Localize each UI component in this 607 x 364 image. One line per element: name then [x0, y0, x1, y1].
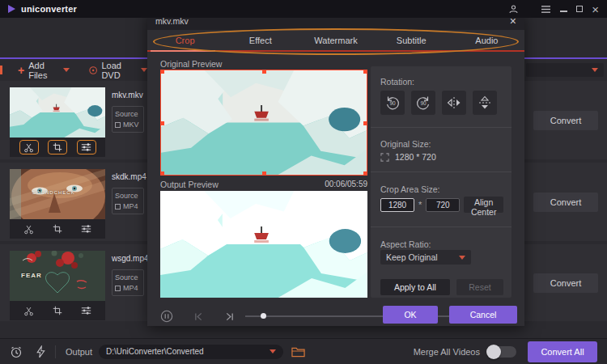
crop-handle[interactable]: [363, 70, 367, 74]
window-close-button[interactable]: ×: [592, 3, 599, 15]
crop-handle[interactable]: [160, 121, 164, 125]
title-bar: uniconverter ×: [0, 0, 607, 18]
svg-text:90: 90: [420, 100, 427, 106]
file-item-skdk[interactable]: SOUNDCHECK skdk.mp4 Source MP4: [0, 163, 147, 241]
aspect-ratio-value: Keep Original: [386, 252, 438, 262]
bottombar-divider: [55, 345, 56, 358]
merge-toggle-knob[interactable]: [486, 345, 501, 359]
source-info: Source MKV: [112, 106, 144, 133]
convert-button[interactable]: Convert: [533, 193, 598, 212]
menu-icon[interactable]: [541, 5, 551, 14]
crop-handle[interactable]: [262, 171, 266, 176]
tab-subtitle[interactable]: Subtitle: [374, 30, 449, 50]
file-item-wsgd[interactable]: FEAR wsgd.mp4 Source MP4: [0, 244, 147, 321]
crop-area-size-label: Crop Area Size:: [380, 184, 440, 194]
previous-frame-icon[interactable]: [193, 312, 204, 321]
output-format-dropdown[interactable]: [526, 63, 604, 77]
minimize-button[interactable]: [560, 11, 567, 12]
effects-sliders-icon[interactable]: [77, 140, 96, 154]
file-actions: [10, 301, 105, 320]
user-account-icon[interactable]: [508, 4, 519, 15]
apply-reset-row: Apply to All Reset: [380, 279, 503, 295]
apply-to-all-button[interactable]: Apply to All: [380, 279, 450, 295]
crop-width-input[interactable]: [380, 198, 414, 212]
tab-effect[interactable]: Effect: [223, 30, 298, 50]
convert-button[interactable]: Convert: [533, 111, 598, 130]
trim-scissors-icon[interactable]: [19, 303, 39, 318]
original-preview[interactable]: [160, 70, 367, 176]
next-frame-icon[interactable]: [224, 312, 235, 321]
effects-sliders-icon[interactable]: [77, 222, 96, 236]
file-meta: wsgd.mp4 Source MP4: [112, 254, 146, 296]
tab-crop[interactable]: Crop: [147, 30, 223, 50]
pause-button[interactable]: [160, 310, 173, 323]
crop-settings-panel: Rotation: 90 90 Original Size: 1280 * 72…: [371, 66, 511, 298]
ok-button[interactable]: OK: [383, 306, 438, 324]
tab-watermark[interactable]: Watermark: [298, 30, 373, 50]
crop-icon[interactable]: [48, 222, 67, 236]
file-name: wsgd.mp4: [112, 254, 146, 263]
trim-scissors-icon[interactable]: [19, 222, 39, 236]
high-speed-lightning-icon[interactable]: [36, 345, 45, 358]
schedule-clock-icon[interactable]: [10, 345, 23, 358]
output-preview: [160, 191, 367, 298]
effects-sliders-icon[interactable]: [77, 303, 96, 318]
tab-audio[interactable]: Audio: [449, 30, 524, 50]
crop-icon[interactable]: [48, 140, 67, 154]
crop-handle[interactable]: [363, 171, 367, 176]
merge-toggle-switch[interactable]: [487, 346, 516, 358]
crop-height-input[interactable]: [426, 198, 460, 212]
add-files-caret-icon[interactable]: [63, 68, 70, 72]
output-preview-label: Output Preview: [160, 180, 219, 189]
convert-row: Convert: [524, 81, 607, 159]
panel-divider: [371, 171, 511, 172]
file-item-mkv[interactable]: mkv.mkv Source MKV: [0, 81, 147, 159]
source-label: Source: [115, 273, 141, 281]
cancel-button[interactable]: Cancel: [449, 306, 517, 324]
format-icon: [115, 122, 121, 128]
format-label: MP4: [123, 202, 138, 210]
crop-size-row: * Align Center: [380, 197, 503, 213]
output-label: Output: [66, 347, 92, 357]
rotate-right-90-button[interactable]: 90: [411, 91, 435, 115]
output-path-caret-icon: [270, 349, 276, 353]
output-path-value: D:\UniConverter\Converted: [106, 347, 204, 356]
flip-vertical-button[interactable]: [473, 91, 497, 115]
video-thumbnail-iceberg: [10, 87, 105, 138]
source-label: Source: [115, 192, 141, 200]
dimension-separator: *: [418, 200, 422, 210]
crop-handle[interactable]: [160, 70, 164, 74]
merge-all-videos-label: Merge All Videos: [414, 347, 480, 357]
convert-all-button[interactable]: Convert All: [528, 341, 597, 362]
align-center-button[interactable]: Align Center: [464, 197, 503, 213]
convert-button[interactable]: Convert: [533, 273, 598, 293]
crop-handle[interactable]: [262, 70, 266, 74]
file-meta: mkv.mkv Source MKV: [112, 91, 146, 133]
add-files-button[interactable]: + Add Files: [18, 61, 70, 80]
crop-icon[interactable]: [48, 303, 67, 318]
format-label: MKV: [123, 121, 139, 129]
open-output-folder-icon[interactable]: [291, 346, 305, 358]
format-label: MP4: [123, 284, 138, 292]
aspect-ratio-label: Aspect Ratio:: [380, 239, 431, 249]
format-icon: [115, 204, 121, 210]
load-dvd-caret-icon[interactable]: [141, 68, 147, 72]
reset-button[interactable]: Reset: [456, 279, 503, 295]
file-toolbar: + Add Files Load DVD: [0, 59, 147, 81]
original-size-value-row: 1280 * 720: [380, 152, 436, 162]
rotate-left-90-button[interactable]: 90: [380, 91, 405, 115]
crop-handle[interactable]: [160, 171, 164, 176]
load-dvd-button[interactable]: Load DVD: [89, 61, 147, 80]
panel-divider: [371, 226, 511, 227]
output-path-dropdown[interactable]: D:\UniConverter\Converted: [99, 345, 283, 359]
aspect-ratio-dropdown[interactable]: Keep Original: [380, 250, 471, 265]
source-info: Source MP4: [112, 269, 144, 296]
seek-slider-knob[interactable]: [261, 313, 266, 319]
crop-handle[interactable]: [363, 121, 367, 125]
original-preview-label: Original Preview: [160, 59, 222, 69]
flip-horizontal-button[interactable]: [442, 91, 466, 115]
maximize-button[interactable]: [576, 6, 583, 12]
source-label: Source: [115, 110, 141, 118]
file-name: skdk.mp4: [112, 172, 146, 181]
trim-scissors-icon[interactable]: [19, 140, 39, 154]
